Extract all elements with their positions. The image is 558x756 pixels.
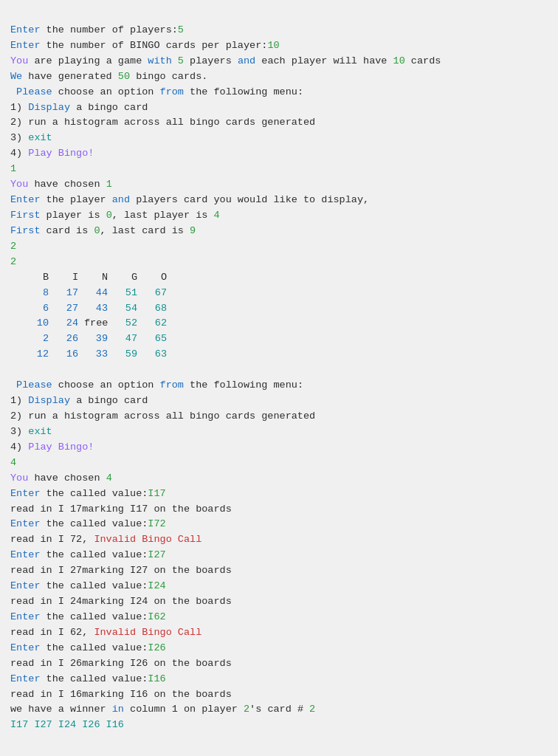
line-winner-in: in: [112, 704, 124, 715]
line-3-d: each player will have: [255, 55, 393, 66]
line-called5-text: the called value:: [41, 611, 148, 622]
line-called4-val: I24: [148, 580, 165, 591]
line-called1-text: the called value:: [41, 488, 148, 499]
cell-g3: 52: [114, 316, 143, 331]
bingo-row-1: 8 17 44 51 67: [25, 286, 173, 301]
line-enter-called1: Enter: [10, 488, 41, 499]
bingo-row-2: 6 27 43 54 68: [25, 301, 173, 317]
bingo-header-row: B I N G O: [25, 270, 173, 286]
line-14-comma: , last card is: [100, 225, 190, 236]
line-read2a: read in I 72,: [10, 534, 94, 545]
line-3-e: cards: [405, 55, 441, 66]
line-4-text: have generated: [22, 71, 118, 82]
line-m2-3: 3): [10, 426, 28, 437]
line-read2-invalid: Invalid Bingo Call: [94, 534, 202, 545]
cell-n3-free: free: [84, 316, 114, 331]
line-5-from: from: [160, 86, 184, 97]
line-3-b: [172, 55, 178, 66]
line-3-5: 5: [178, 55, 184, 66]
cell-n2: 43: [84, 301, 114, 317]
line-6-1: 1): [10, 102, 28, 113]
line-read4: read in I 24marking I24 on the boards: [10, 596, 232, 607]
line-menu2-please: Please: [16, 379, 52, 391]
line-15-input2: 2: [10, 241, 16, 252]
cell-o3: 62: [143, 316, 173, 331]
cell-o2: 68: [143, 301, 173, 317]
line-5-space: [10, 86, 16, 97]
line-read5-invalid: Invalid Bingo Call: [94, 627, 202, 638]
line-5-text: choose an option: [52, 86, 160, 97]
cell-b2: 6: [25, 301, 55, 317]
line-read3: read in I 27marking I27 on the boards: [10, 565, 232, 576]
cell-n4: 39: [84, 331, 114, 347]
line-read7: read in I 16marking I16 on the boards: [10, 689, 232, 700]
terminal-output-2: Please choose an option from the followi…: [10, 362, 548, 733]
line-called3-text: the called value:: [41, 549, 148, 560]
line-menu2-text: choose an option: [52, 379, 160, 391]
line-m2-rest: a bingo card: [70, 395, 148, 406]
line-input-4: 4: [10, 457, 16, 468]
line-12-enter: Enter: [10, 194, 41, 205]
cell-g2: 54: [114, 301, 143, 317]
col-g: G: [114, 270, 143, 286]
cell-g4: 47: [114, 331, 143, 347]
line-enter-called6: Enter: [10, 642, 41, 653]
cell-i4: 26: [55, 331, 84, 347]
cell-i5: 16: [55, 347, 84, 362]
cell-g1: 51: [114, 286, 143, 301]
cell-n5: 33: [84, 347, 114, 362]
line-menu2-space: [10, 379, 16, 391]
line-7-2: 2) run a histogram across all bingo card…: [10, 117, 315, 128]
line-5-please: Please: [16, 86, 52, 97]
terminal-output: Enter the number of players:5 Enter the …: [10, 7, 548, 270]
line-winner-a: we have a winner: [10, 704, 112, 715]
line-winner-e: 2: [309, 704, 315, 715]
line-called7-val: I16: [148, 673, 165, 684]
line-read6: read in I 26marking I26 on the boards: [10, 658, 232, 669]
line-13-0: 0: [106, 210, 112, 221]
col-b: B: [25, 270, 55, 286]
line-1-enter: Enter: [10, 24, 41, 35]
cell-b3: 10: [25, 316, 55, 331]
bingo-row-4: 2 26 39 47 65: [25, 331, 173, 347]
line-chosen2-val: 4: [106, 472, 112, 484]
line-13-4: 4: [213, 210, 219, 221]
line-1-val: 5: [178, 24, 184, 35]
line-3-a: are playing a game: [28, 55, 148, 66]
line-enter-called7: Enter: [10, 673, 41, 684]
bingo-card: B I N G O 8 17 44 51 67 6 27 43 54 68 10…: [25, 270, 173, 363]
cell-n1: 44: [84, 286, 114, 301]
line-14-9: 9: [190, 225, 196, 236]
line-m2-4: 4): [10, 441, 28, 453]
line-winner-c: 2: [244, 704, 249, 715]
line-10-input1: 1: [10, 163, 16, 174]
line-2-enter: Enter: [10, 40, 41, 51]
line-winner-b: column 1 on player: [124, 704, 244, 715]
line-3-c: players: [184, 55, 238, 66]
line-called2-val: I72: [148, 518, 165, 529]
line-13-comma: , last player is: [112, 210, 214, 221]
line-m2-play: Play Bingo!: [28, 441, 94, 453]
line-chosen2: have chosen: [28, 472, 106, 484]
line-9-play: Play Bingo!: [28, 148, 94, 159]
line-12-text: the player: [41, 194, 112, 205]
cell-o5: 63: [143, 347, 173, 362]
line-8-exit: exit: [28, 132, 52, 143]
bingo-row-3: 10 24 free 52 62: [25, 316, 173, 331]
line-16-input3: 2: [10, 256, 16, 267]
line-called5-val: I62: [148, 611, 165, 622]
line-1-text: the number of players:: [41, 24, 178, 35]
line-4-50: 50: [118, 71, 130, 82]
line-enter-called5: Enter: [10, 611, 41, 622]
line-called4-text: the called value:: [41, 580, 148, 591]
line-4-bingo: bingo cards.: [130, 71, 207, 82]
line-you2: You: [10, 472, 28, 484]
line-12-and: and: [112, 194, 130, 205]
line-final-calls: I17 I27 I24 I26 I16: [10, 719, 124, 730]
line-3-with: with: [148, 55, 171, 66]
line-menu2-from: from: [160, 379, 184, 391]
line-m2-2: 2) run a histogram across all bingo card…: [10, 410, 315, 422]
line-3-you: You: [10, 55, 28, 66]
line-called3-val: I27: [148, 549, 165, 560]
line-6-display: Display: [28, 102, 70, 113]
